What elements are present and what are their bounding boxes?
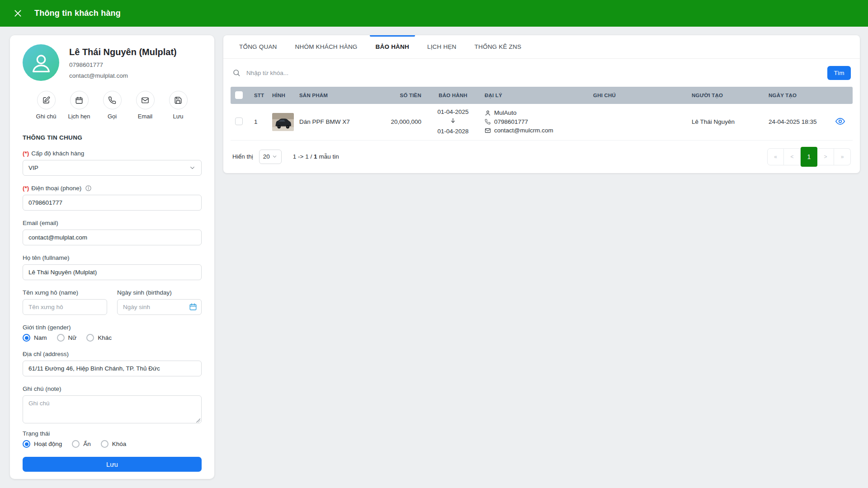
col-dai-ly: ĐẠI LÝ [480, 87, 589, 104]
gender-radio-nu[interactable]: Nữ [57, 334, 77, 342]
row-note [589, 104, 687, 140]
radio-label: Khác [98, 334, 112, 341]
agency-name: MulAuto [494, 109, 517, 117]
calendar-picker-icon[interactable] [189, 303, 197, 311]
col-so-tien: SỐ TIỀN [359, 87, 426, 104]
nickname-label: Tên xưng hô (name) [23, 289, 107, 296]
prev-page-button[interactable]: < [784, 148, 801, 165]
status-radio-hoat-dong[interactable]: Hoạt động [23, 440, 62, 448]
status-label: Trạng thái [23, 430, 202, 437]
search-icon [232, 69, 241, 77]
radio-label: Khóa [112, 441, 127, 447]
last-page-button[interactable]: » [834, 148, 851, 165]
row-warranty: 01-04-2025 01-04-2028 [426, 104, 480, 140]
field-birthday: Ngày sinh (birthday) [117, 289, 202, 315]
status-radio-an[interactable]: Ẩn [72, 440, 91, 448]
fullname-label: Họ tên (fullname) [23, 254, 202, 261]
pagination-bar: Hiển thị 20 1 -> 1 / 1mẫu tin « < 1 > » [223, 141, 860, 173]
field-gender: Giới tính (gender) Nam Nữ Khác [23, 324, 202, 342]
edit-note-icon [37, 91, 56, 109]
tab-tong-quan[interactable]: TỔNG QUAN [233, 35, 283, 59]
row-agency: MulAuto 0798601777 contact@mulcrm.com [480, 104, 589, 140]
search-button[interactable]: Tìm [827, 66, 851, 80]
radio-icon [101, 440, 108, 448]
customer-panel: Lê Thái Nguyên (Mulplat) 0798601777 cont… [10, 35, 214, 479]
view-eye-icon[interactable] [835, 117, 845, 126]
action-save-button[interactable]: Lưu [165, 91, 191, 120]
address-field[interactable] [23, 361, 202, 376]
nickname-field[interactable] [23, 299, 107, 315]
page-size-label: Hiển thị [232, 153, 253, 160]
agency-email: contact@mulcrm.com [494, 127, 553, 134]
tab-bao-hanh[interactable]: BẢO HÀNH [370, 35, 415, 59]
warranty-to: 01-04-2028 [430, 127, 476, 136]
col-bao-hanh: BẢO HÀNH [426, 87, 480, 104]
radio-selected-icon [23, 334, 30, 342]
user-icon [485, 110, 491, 116]
row-amount: 20,000,000 [359, 104, 426, 140]
action-label: Email [138, 113, 153, 120]
tab-lich-hen[interactable]: LỊCH HẸN [421, 35, 462, 59]
gender-label: Giới tính (gender) [23, 324, 202, 331]
next-page-button[interactable]: > [817, 148, 834, 165]
search-input[interactable] [246, 70, 821, 76]
email-icon [485, 127, 491, 134]
field-fullname: Họ tên (fullname) [23, 254, 202, 280]
action-label: Ghi chú [36, 113, 57, 120]
action-call-button[interactable]: Gọi [99, 91, 125, 120]
fullname-field[interactable] [23, 264, 202, 280]
gender-radio-khac[interactable]: Khác [86, 334, 112, 342]
calendar-icon [70, 91, 89, 109]
tab-nhom-khach-hang[interactable]: NHÓM KHÁCH HÀNG [289, 35, 363, 59]
app-header: Thông tin khách hàng [0, 0, 868, 27]
col-san-pham: SẢN PHẨM [295, 87, 359, 104]
save-button[interactable]: Lưu [23, 457, 202, 472]
action-note-button[interactable]: Ghi chú [33, 91, 59, 120]
arrow-down-icon [450, 117, 456, 124]
first-page-button[interactable]: « [767, 148, 784, 165]
field-address: Địa chỉ (address) [23, 351, 202, 376]
row-stt: 1 [250, 104, 268, 140]
radio-label: Ẩn [83, 441, 91, 447]
field-email: Email (email) [23, 220, 202, 245]
customer-level-select[interactable]: VIP [23, 160, 202, 176]
customer-level-value: VIP [28, 164, 38, 171]
avatar [23, 44, 59, 81]
col-ngay-tao: NGÀY TẠO [764, 87, 827, 104]
action-email-button[interactable]: Email [132, 91, 158, 120]
gender-radio-nam[interactable]: Nam [23, 334, 47, 342]
warranty-table: STT HÌNH SẢN PHẨM SỐ TIỀN BẢO HÀNH ĐẠI L… [231, 87, 853, 141]
birthday-label: Ngày sinh (birthday) [117, 289, 202, 296]
row-created-at: 24-04-2025 18:35 [764, 104, 827, 140]
email-label: Email (email) [23, 220, 202, 226]
field-phone: (*) Điện thoại (phone) [23, 185, 202, 211]
status-radio-khoa[interactable]: Khóa [101, 440, 127, 448]
tab-thong-ke-zns[interactable]: THỐNG KÊ ZNS [469, 35, 528, 59]
required-mark: (*) [23, 150, 29, 157]
phone-icon [103, 91, 122, 109]
select-all-checkbox[interactable] [235, 91, 243, 99]
field-nickname: Tên xưng hô (name) [23, 289, 107, 315]
note-field[interactable] [23, 395, 202, 423]
page-size-select[interactable]: 20 [259, 150, 282, 164]
save-icon [169, 91, 188, 109]
field-status: Trạng thái Hoạt động Ẩn Khóa [23, 430, 202, 448]
customer-name: Lê Thái Nguyên (Mulplat) [69, 47, 177, 57]
phone-field[interactable] [23, 195, 202, 211]
email-field[interactable] [23, 230, 202, 245]
close-icon[interactable] [12, 8, 24, 19]
pagination-controls: « < 1 > » [767, 147, 851, 167]
radio-label: Hoạt động [34, 441, 62, 447]
row-checkbox[interactable] [235, 117, 243, 125]
tab-bar: TỔNG QUAN NHÓM KHÁCH HÀNG BẢO HÀNH LỊCH … [223, 35, 860, 59]
col-nguoi-tao: NGƯỜI TẠO [687, 87, 764, 104]
section-title: THÔNG TIN CHUNG [23, 134, 202, 141]
quick-actions: Ghi chú Lịch hẹn Gọi Email Lưu [23, 91, 202, 120]
radio-selected-icon [23, 440, 30, 448]
action-appointment-button[interactable]: Lịch hẹn [66, 91, 92, 120]
customer-email: contact@mulplat.com [69, 72, 177, 79]
page-1-button[interactable]: 1 [801, 147, 817, 167]
table-row: 1 Dán PPF BMW X7 [231, 104, 853, 140]
customer-phone: 0798601777 [69, 61, 177, 68]
radio-icon [72, 440, 80, 448]
